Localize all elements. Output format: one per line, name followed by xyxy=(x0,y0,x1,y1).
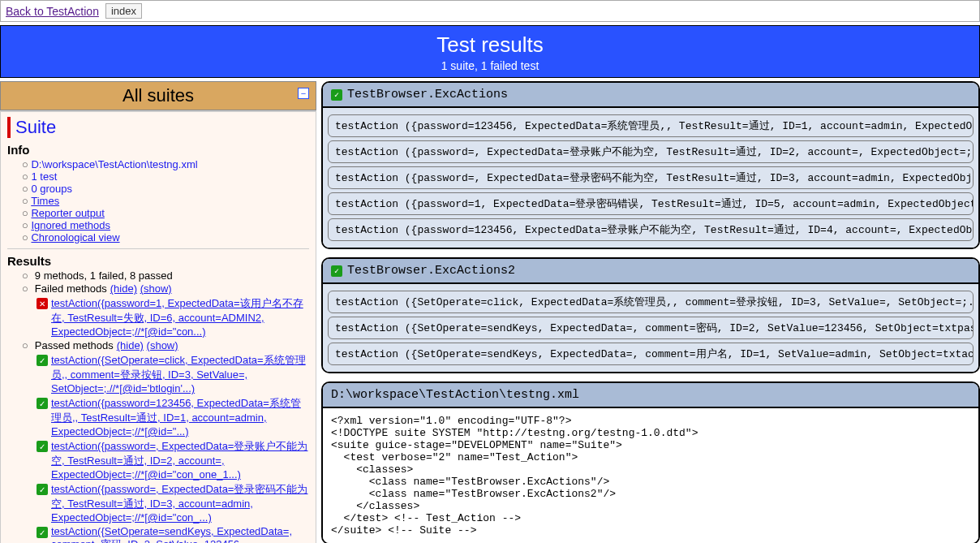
result-row[interactable]: testAction ({password=, ExpectedData=登录账… xyxy=(328,140,974,163)
info-list: D:\workspace\TestAction\testng.xml1 test… xyxy=(7,158,309,243)
result-row[interactable]: testAction ({password=, ExpectedData=登录密… xyxy=(328,166,974,189)
info-item[interactable]: Reporter output xyxy=(31,207,104,219)
header-subtitle: 1 suite, 1 failed test xyxy=(1,59,979,72)
left-pane: All suites − Suite Info D:\workspace\Tes… xyxy=(0,81,316,543)
passed-heading: Passed methods xyxy=(35,339,114,351)
result-row[interactable]: testAction ({password=123456, ExpectedDa… xyxy=(328,114,974,137)
result-panel-2: ✓ TestBrowser.ExcActions2 testAction ({S… xyxy=(321,257,980,373)
result-row[interactable]: testAction ({password=123456, ExpectedDa… xyxy=(328,218,974,241)
passed-show-link[interactable]: (show) xyxy=(147,339,178,351)
pass-badge-icon: ✓ xyxy=(37,355,48,366)
method-link[interactable]: testAction({password=123456, ExpectedDat… xyxy=(51,396,309,437)
xml-panel: D:\workspace\TestAction\testng.xml <?xml… xyxy=(321,381,980,543)
check-icon: ✓ xyxy=(331,89,342,101)
summary-text: 9 methods, 1 failed, 8 passed xyxy=(35,269,173,282)
check-icon: ✓ xyxy=(331,265,342,277)
info-item: D:\workspace\TestAction\testng.xml xyxy=(31,158,197,170)
panel-body-1: testAction ({password=123456, ExpectedDa… xyxy=(323,108,978,248)
header: Test results 1 suite, 1 failed test xyxy=(0,25,980,78)
panel-title-1: TestBrowser.ExcActions xyxy=(347,88,508,101)
collapse-icon[interactable]: − xyxy=(298,88,309,99)
xml-body: <?xml version="1.0" encoding="UTF-8"?> <… xyxy=(323,408,978,543)
info-item[interactable]: Times xyxy=(31,195,59,207)
panel-body-2: testAction ({SetOperate=click, ExpectedD… xyxy=(323,284,978,372)
all-suites-header: All suites − xyxy=(0,81,316,110)
pass-badge-icon: ✓ xyxy=(37,441,48,452)
result-row[interactable]: testAction ({password=1, ExpectedData=登录… xyxy=(328,192,974,215)
info-item[interactable]: Ignored methods xyxy=(31,219,110,231)
xml-panel-head[interactable]: D:\workspace\TestAction\testng.xml xyxy=(323,383,978,408)
method-link[interactable]: testAction({password=1, ExpectedData=该用户… xyxy=(51,296,309,338)
info-heading: Info xyxy=(7,143,309,157)
method-link[interactable]: testAction({password=, ExpectedData=登录账户… xyxy=(51,439,309,481)
results-heading: Results xyxy=(7,254,309,268)
panel-head-2[interactable]: ✓ TestBrowser.ExcActions2 xyxy=(323,259,978,284)
panel-title-2: TestBrowser.ExcActions2 xyxy=(347,264,515,278)
panel-head-1[interactable]: ✓ TestBrowser.ExcActions xyxy=(323,83,978,108)
method-link[interactable]: testAction({SetOperate=sendKeys, Expecte… xyxy=(51,525,309,543)
passed-hide-link[interactable]: (hide) xyxy=(117,339,144,351)
pass-badge-icon: ✓ xyxy=(37,484,48,495)
back-link[interactable]: Back to TestAction xyxy=(6,5,99,18)
suite-panel: Suite Info D:\workspace\TestAction\testn… xyxy=(0,110,316,543)
method-link[interactable]: testAction({password=, ExpectedData=登录密码… xyxy=(51,482,309,524)
index-button[interactable]: index xyxy=(105,3,142,19)
failed-heading: Failed methods xyxy=(35,282,107,295)
results-list: 9 methods, 1 failed, 8 passed Failed met… xyxy=(7,269,309,295)
method-link[interactable]: testAction({SetOperate=click, ExpectedDa… xyxy=(51,353,309,394)
failed-hide-link[interactable]: (hide) xyxy=(110,282,137,295)
pass-badge-icon: ✓ xyxy=(37,527,48,538)
result-row[interactable]: testAction ({SetOperate=click, ExpectedD… xyxy=(328,291,974,313)
pass-badge-icon: ✓ xyxy=(37,398,48,409)
info-item: 0 groups xyxy=(31,183,72,195)
fail-badge-icon: ✕ xyxy=(37,298,48,309)
right-pane: ✓ TestBrowser.ExcActions testAction ({pa… xyxy=(321,81,980,543)
topbar: Back to TestAction index xyxy=(0,0,980,22)
xml-title: D:\workspace\TestAction\testng.xml xyxy=(331,388,579,402)
suite-title: Suite xyxy=(7,117,309,138)
info-item: 1 test xyxy=(31,170,57,183)
info-item[interactable]: Chronological view xyxy=(31,231,119,243)
all-suites-label: All suites xyxy=(122,85,194,106)
result-row[interactable]: testAction ({SetOperate=sendKeys, Expect… xyxy=(328,343,974,365)
failed-show-link[interactable]: (show) xyxy=(140,282,172,295)
page-title: Test results xyxy=(1,32,979,58)
result-row[interactable]: testAction ({SetOperate=sendKeys, Expect… xyxy=(328,317,974,339)
result-panel-1: ✓ TestBrowser.ExcActions testAction ({pa… xyxy=(321,81,980,249)
